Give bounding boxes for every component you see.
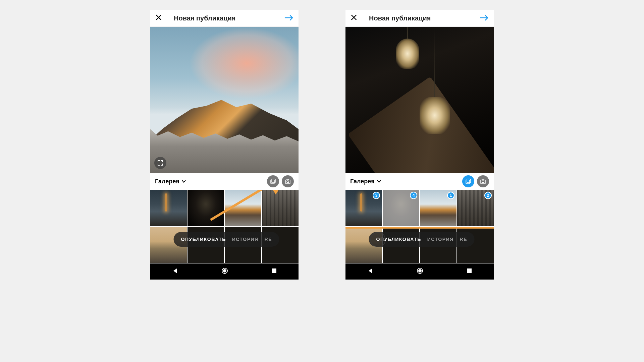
mode-reels[interactable]: RE [460,237,467,242]
stack-icon [270,178,276,184]
triangle-back-icon [172,268,178,274]
selection-order-badge: 1 [447,192,454,199]
nav-recent[interactable] [467,268,472,275]
svg-point-2 [287,181,289,183]
gallery-grid: 3 4 1 2 ОПУБЛИКОВАТЬ ИСТОРИЯ RE [345,190,494,263]
svg-point-9 [482,181,484,183]
preview-image[interactable] [150,27,299,173]
android-navbar [150,263,299,280]
close-icon [155,14,162,21]
preview-image[interactable] [345,27,494,173]
svg-rect-1 [271,180,274,184]
next-button[interactable] [480,14,489,23]
camera-icon [480,179,486,184]
square-recent-icon [467,268,472,274]
svg-rect-0 [272,179,275,183]
android-navbar [345,263,494,280]
phone-left: Новая публикация Галерея [150,10,299,280]
close-icon [350,14,358,21]
header: Новая публикация [150,10,299,27]
next-button[interactable] [284,14,294,23]
mode-publish[interactable]: ОПУБЛИКОВАТЬ [181,237,226,242]
multiselect-toggle[interactable] [462,175,474,187]
camera-button[interactable] [282,175,294,187]
svg-point-11 [418,269,422,273]
expand-icon [158,160,163,166]
svg-rect-12 [467,268,472,273]
mode-selector: ОПУБЛИКОВАТЬ ИСТОРИЯ RE [369,232,475,247]
gallery-label: Галерея [155,178,179,185]
close-button[interactable] [155,13,165,23]
gallery-thumb[interactable] [150,190,187,226]
source-row: Галерея [150,173,299,190]
mode-selector: ОПУБЛИКОВАТЬ ИСТОРИЯ RE [174,232,279,247]
gallery-dropdown[interactable]: Галерея [155,178,186,185]
gallery-thumb[interactable]: 2 [457,190,494,226]
gallery-grid: ОПУБЛИКОВАТЬ ИСТОРИЯ RE [150,190,299,263]
svg-rect-6 [272,268,276,273]
selection-order-badge: 3 [373,192,380,199]
expand-crop-button[interactable] [154,157,166,169]
gallery-dropdown[interactable]: Галерея [350,178,381,185]
svg-rect-7 [467,179,471,183]
mode-story[interactable]: ИСТОРИЯ [232,237,259,242]
nav-back[interactable] [172,268,178,275]
chevron-down-icon [181,180,186,183]
mode-reels[interactable]: RE [265,237,272,242]
arrow-right-icon [480,14,489,21]
arrow-right-icon [284,14,294,21]
multiselect-toggle[interactable] [267,175,279,187]
gallery-thumb[interactable]: 1 [420,190,457,226]
gallery-thumb[interactable] [262,190,299,226]
page-title: Новая публикация [360,14,480,22]
selection-order-badge: 2 [484,192,492,199]
page-title: Новая публикация [165,14,284,22]
svg-rect-8 [466,180,470,184]
circle-home-icon [417,267,423,274]
mode-story[interactable]: ИСТОРИЯ [427,237,454,242]
gallery-thumb[interactable] [225,190,261,226]
camera-icon [285,179,291,184]
nav-home[interactable] [221,267,228,276]
selection-order-badge: 4 [410,192,417,199]
header: Новая публикация [345,10,494,27]
close-button[interactable] [350,13,360,23]
source-row: Галерея [345,173,494,190]
gallery-label: Галерея [350,178,375,185]
svg-point-5 [223,269,226,273]
nav-back[interactable] [367,268,373,275]
stack-icon [465,178,471,184]
nav-home[interactable] [417,267,423,276]
chevron-down-icon [377,180,381,183]
gallery-thumb[interactable]: 3 [345,190,382,226]
phone-right: Новая публикация Галерея 3 4 1 [345,10,494,280]
square-recent-icon [271,268,277,274]
gallery-thumb[interactable] [187,190,224,226]
mode-publish[interactable]: ОПУБЛИКОВАТЬ [376,237,421,242]
circle-home-icon [221,267,228,274]
camera-button[interactable] [477,175,489,187]
nav-recent[interactable] [271,268,277,275]
gallery-thumb[interactable]: 4 [383,190,419,226]
triangle-back-icon [367,268,373,274]
